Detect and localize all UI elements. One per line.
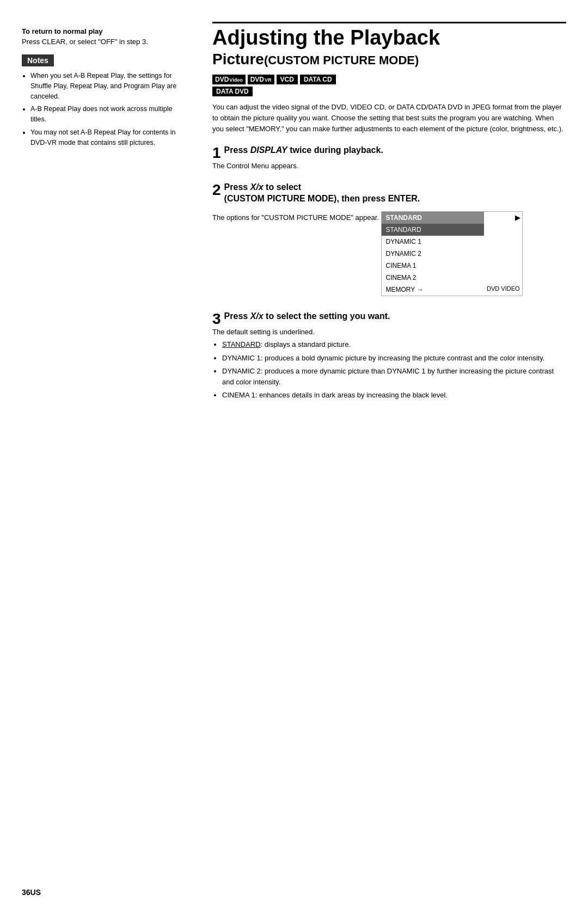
- intro-text: You can adjust the video signal of the D…: [212, 102, 566, 134]
- menu-arrow-icon: ▶: [515, 213, 520, 223]
- notes-item-3: You may not set A-B Repeat Play for cont…: [30, 127, 180, 148]
- notes-item-1: When you set A-B Repeat Play, the settin…: [30, 71, 180, 101]
- format-badges-row1: DVDVideo DVDVR VCD DATA CD: [212, 75, 566, 84]
- badge-datadvd: DATA DVD: [212, 87, 253, 96]
- badge-dvdvr: DVDVR: [248, 75, 274, 84]
- bullet-standard: STANDARD: displays a standard picture.: [222, 339, 566, 350]
- menu-item-cinema1: CINEMA 1: [382, 260, 484, 272]
- badge-dvdvideo: DVDVideo: [212, 75, 246, 84]
- step-1-body: The Control Menu appears.: [212, 161, 566, 171]
- menu-item-header: STANDARD: [382, 212, 484, 224]
- step-3-bullets: STANDARD: displays a standard picture. D…: [212, 339, 566, 401]
- custom-picture-mode-menu: STANDARD STANDARD DYNAMIC 1 DYNAMIC 2 CI…: [381, 211, 523, 296]
- notes-item-2: A-B Repeat Play does not work across mul…: [30, 104, 180, 125]
- menu-item-dynamic2: DYNAMIC 2: [382, 248, 484, 260]
- menu-box-inner: STANDARD STANDARD DYNAMIC 1 DYNAMIC 2 CI…: [382, 212, 522, 296]
- menu-dvd-label: DVD VIDEO: [487, 284, 520, 293]
- menu-item-dynamic1: DYNAMIC 1: [382, 236, 484, 248]
- badge-datacd: DATA CD: [300, 75, 336, 84]
- left-column: To return to normal play Press CLEAR, or…: [22, 22, 196, 880]
- step-3: 3 Press X/x to select the setting you wa…: [212, 310, 566, 403]
- bullet-dynamic2: DYNAMIC 2: produces a more dynamic pictu…: [222, 366, 566, 388]
- badge-vcd: VCD: [277, 75, 298, 84]
- step-2-heading: Press X/x to select(CUSTOM PICTURE MODE)…: [224, 181, 566, 205]
- step-2-body: The options for "CUSTOM PICTURE MODE" ap…: [212, 207, 566, 301]
- notes-content: When you set A-B Repeat Play, the settin…: [22, 71, 180, 148]
- bullet-dynamic1: DYNAMIC 1: produces a bold dynamic pictu…: [222, 353, 566, 364]
- notes-list: When you set A-B Repeat Play, the settin…: [22, 71, 180, 148]
- page-container: To return to normal play Press CLEAR, or…: [0, 0, 588, 913]
- right-column: Adjusting the Playback Picture(CUSTOM PI…: [196, 22, 566, 880]
- menu-arrow-col: ▶ DVD VIDEO: [484, 212, 522, 296]
- page-title: Adjusting the Playback: [212, 27, 566, 50]
- title-divider: [212, 22, 566, 23]
- menu-list: STANDARD STANDARD DYNAMIC 1 DYNAMIC 2 CI…: [382, 212, 484, 296]
- page-number: 36US: [22, 888, 41, 897]
- step-1: 1 Press DISPLAY twice during playback. T…: [212, 144, 566, 171]
- step-3-body: The default setting is underlined. STAND…: [212, 327, 566, 401]
- normal-play-text: Press CLEAR, or select "OFF" in step 3.: [22, 38, 180, 46]
- page-subtitle: Picture(CUSTOM PICTURE MODE): [212, 51, 566, 68]
- notes-section: Notes When you set A-B Repeat Play, the …: [22, 54, 180, 148]
- step-2: 2 Press X/x to select(CUSTOM PICTURE MOD…: [212, 181, 566, 301]
- menu-item-memory: MEMORY →: [382, 284, 484, 296]
- menu-item-cinema2: CINEMA 2: [382, 272, 484, 284]
- step-3-heading: Press X/x to select the setting you want…: [224, 310, 566, 322]
- format-badges-row2: DATA DVD: [212, 87, 566, 96]
- step-1-number: 1: [212, 145, 221, 161]
- bullet-cinema1: CINEMA 1: enhances details in dark areas…: [222, 390, 566, 401]
- step-3-number: 3: [212, 311, 221, 327]
- step-2-number: 2: [212, 182, 221, 198]
- step-1-heading: Press DISPLAY twice during playback.: [224, 144, 566, 156]
- normal-play-heading: To return to normal play: [22, 27, 180, 35]
- menu-item-standard-selected: STANDARD: [382, 224, 484, 236]
- notes-label: Notes: [22, 54, 54, 66]
